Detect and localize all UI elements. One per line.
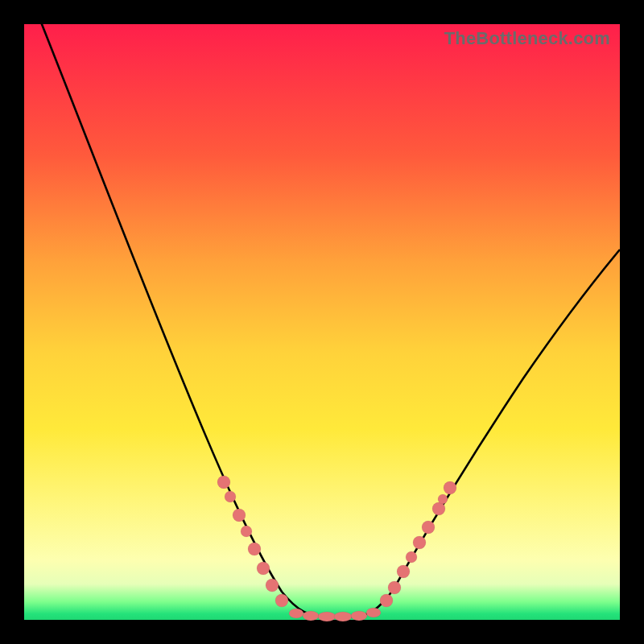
svg-point-7 bbox=[225, 491, 236, 502]
svg-point-22 bbox=[444, 481, 456, 494]
chart-plot-area: TheBottleneck.com bbox=[24, 24, 620, 620]
svg-point-21 bbox=[438, 494, 448, 504]
svg-point-1 bbox=[303, 611, 319, 621]
svg-point-4 bbox=[351, 611, 367, 621]
svg-point-18 bbox=[413, 536, 426, 549]
svg-point-8 bbox=[233, 509, 246, 522]
svg-point-0 bbox=[289, 609, 303, 618]
svg-point-15 bbox=[388, 581, 401, 594]
right-branch-markers bbox=[380, 481, 456, 607]
svg-point-9 bbox=[241, 526, 252, 537]
svg-point-6 bbox=[217, 476, 230, 489]
svg-point-11 bbox=[257, 562, 270, 575]
svg-point-10 bbox=[248, 543, 261, 555]
svg-point-13 bbox=[275, 594, 288, 607]
svg-point-3 bbox=[334, 612, 352, 621]
chart-svg bbox=[24, 24, 620, 620]
svg-point-14 bbox=[380, 594, 393, 607]
svg-point-20 bbox=[432, 502, 445, 515]
svg-point-19 bbox=[422, 521, 435, 534]
svg-point-5 bbox=[366, 608, 381, 617]
svg-point-17 bbox=[406, 551, 417, 563]
svg-point-16 bbox=[397, 565, 410, 578]
svg-point-12 bbox=[266, 579, 279, 592]
valley-flat-markers bbox=[289, 608, 381, 621]
chart-frame: TheBottleneck.com bbox=[0, 0, 644, 644]
svg-point-2 bbox=[318, 612, 336, 621]
bottleneck-curve bbox=[32, 0, 620, 617]
